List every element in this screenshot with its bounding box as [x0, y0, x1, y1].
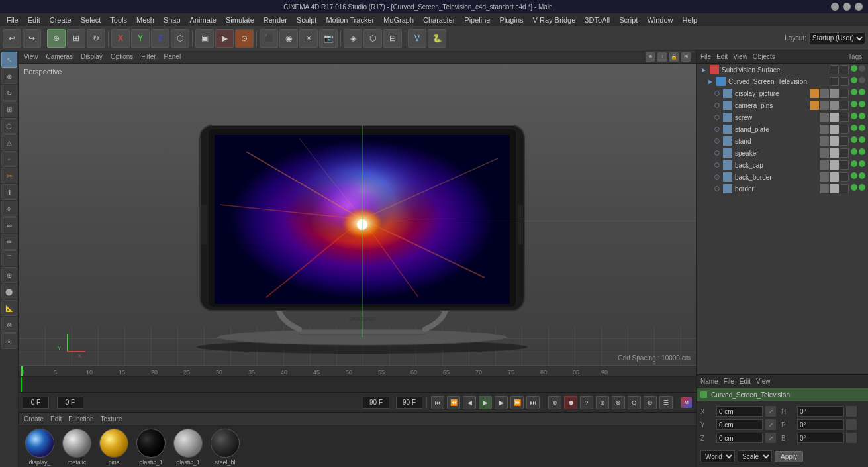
mat-create-menu[interactable]: Create	[24, 415, 44, 423]
tool-edge-select[interactable]: △	[1, 134, 17, 150]
obj-subdivision-surface[interactable]: ▶ Subdivision Surface	[697, 64, 868, 76]
transform-mode-select[interactable]: Scale	[738, 450, 772, 462]
close-button[interactable]: ×	[855, 3, 863, 11]
menu-item-script[interactable]: Script	[615, 15, 642, 25]
axis-x-button[interactable]: X	[111, 29, 130, 48]
props-file-menu[interactable]: File	[724, 378, 734, 385]
menu-item-mesh[interactable]: Mesh	[132, 15, 158, 25]
vp-menu-cameras[interactable]: Cameras	[46, 53, 73, 60]
move-tool-button[interactable]: ⊕	[47, 29, 66, 48]
obj-view-menu[interactable]: View	[733, 53, 747, 60]
tool-scale[interactable]: ⊞	[1, 101, 17, 117]
next-frame-btn[interactable]: ⏩	[510, 396, 524, 409]
obj-stand-plate[interactable]: ⬡ stand_plate	[697, 123, 868, 135]
menu-item-help[interactable]: Help	[679, 15, 702, 25]
props-view-menu[interactable]: View	[756, 378, 771, 385]
viewport-canvas[interactable]: Perspective Grid Spacing : 10000 cm Y X	[19, 64, 696, 366]
light-button[interactable]: ☀	[299, 29, 318, 48]
menu-item-3dtoall[interactable]: 3DToAll	[581, 15, 614, 25]
record-btn[interactable]: ⏺	[564, 396, 577, 409]
tag-button[interactable]: ⬡	[363, 29, 382, 48]
floor-button[interactable]: ⊟	[383, 29, 402, 48]
menu-item-create[interactable]: Create	[46, 15, 75, 25]
tool-extrude[interactable]: ⬆	[1, 184, 17, 200]
layout-select[interactable]: Startup (User)	[809, 32, 865, 44]
obj-display-picture[interactable]: ⬡ display_picture	[697, 87, 868, 99]
tool-point-select[interactable]: ◦	[1, 151, 17, 167]
material-button[interactable]: ◈	[344, 29, 362, 48]
menu-item-tools[interactable]: Tools	[106, 15, 131, 25]
menu-item-snap[interactable]: Snap	[160, 15, 185, 25]
vp-lock-btn[interactable]: 🔒	[669, 52, 679, 62]
current-frame-input[interactable]	[57, 397, 83, 409]
axis-z-button[interactable]: Z	[151, 29, 169, 48]
obj-curved-tv[interactable]: ▶ Curved_Screen_Television	[697, 76, 868, 87]
tool-rotate[interactable]: ↻	[1, 85, 17, 101]
apply-button[interactable]: Apply	[775, 451, 803, 462]
next-key-btn[interactable]: ▶	[495, 396, 508, 409]
tool-sculpt[interactable]: ⌒	[1, 250, 17, 266]
maximize-button[interactable]: □	[843, 3, 851, 11]
material-pins[interactable]: pins	[98, 429, 130, 466]
props-edit-menu[interactable]: Edit	[740, 378, 751, 385]
render-region-button[interactable]: ▣	[195, 29, 214, 48]
material-steel[interactable]: steel_bl	[209, 429, 241, 466]
mat-texture-menu[interactable]: Texture	[101, 415, 122, 423]
undo-button[interactable]: ↩	[3, 29, 21, 48]
vp-fit-btn[interactable]: ↕	[657, 52, 667, 62]
tool-knife[interactable]: ✂	[1, 168, 17, 183]
del-key-btn[interactable]: ⊗	[612, 396, 625, 409]
axis-y-button[interactable]: Y	[131, 29, 150, 48]
vp-menu-filter[interactable]: Filter	[141, 53, 156, 60]
python-button[interactable]: 🐍	[428, 29, 446, 48]
render-button[interactable]: ⊙	[235, 29, 254, 48]
prop-y-input[interactable]	[716, 419, 763, 430]
tool-pen[interactable]: ✏	[1, 234, 17, 250]
tool-bevel[interactable]: ◊	[1, 201, 17, 217]
tool-paint[interactable]: ⬤	[1, 284, 17, 299]
motion-path-btn[interactable]: ?	[580, 396, 593, 409]
obj-objects-menu[interactable]: Objects	[753, 53, 775, 60]
tool-bridge[interactable]: ⇔	[1, 217, 17, 233]
obj-camera-pins[interactable]: ⬡ camera_pins	[697, 99, 868, 111]
start-frame-input[interactable]	[23, 397, 49, 409]
vp-expand-btn[interactable]: ⊞	[681, 52, 691, 62]
vp-menu-display[interactable]: Display	[81, 53, 103, 60]
vp-menu-options[interactable]: Options	[111, 53, 133, 60]
coord-system-select[interactable]: World	[700, 450, 735, 462]
tool-move[interactable]: ⊕	[1, 68, 17, 84]
sel-key-btn[interactable]: ⊙	[628, 396, 641, 409]
obj-stand[interactable]: ⬡ stand	[697, 135, 868, 147]
timeline-content[interactable]	[19, 377, 696, 392]
material-plastic1a[interactable]: plastic_1	[135, 429, 167, 466]
autokey-toggle[interactable]: ⊕	[548, 396, 561, 409]
prop-h-input[interactable]	[797, 406, 844, 417]
axis-all-button[interactable]: ⬡	[171, 29, 189, 48]
vp-menu-view[interactable]: View	[24, 53, 38, 60]
obj-file-menu[interactable]: File	[700, 53, 711, 60]
menu-item-simulate[interactable]: Simulate	[222, 15, 258, 25]
menu-item-v-ray-bridge[interactable]: V-Ray Bridge	[529, 15, 580, 25]
menu-item-file[interactable]: File	[3, 15, 23, 25]
tool-poly-select[interactable]: ⬡	[1, 118, 17, 134]
vp-center-btn[interactable]: ⊕	[646, 52, 655, 62]
tool-ik[interactable]: ⊗	[1, 317, 17, 333]
render-view-button[interactable]: ▶	[215, 29, 234, 48]
add-key-btn[interactable]: ⊕	[596, 396, 609, 409]
go-end-btn[interactable]: ⏭	[526, 396, 540, 409]
go-start-btn[interactable]: ⏮	[431, 396, 444, 409]
scale-tool-button[interactable]: ⊞	[67, 29, 85, 48]
props-name-menu[interactable]: Name	[700, 378, 718, 385]
sphere-button[interactable]: ◉	[279, 29, 298, 48]
minimize-button[interactable]: −	[831, 3, 839, 11]
material-plastic1b[interactable]: plastic_1	[172, 429, 204, 466]
end-frame2-input[interactable]	[396, 397, 422, 409]
menu-item-render[interactable]: Render	[260, 15, 291, 25]
menu-item-sculpt[interactable]: Sculpt	[293, 15, 321, 25]
obj-screw[interactable]: ⬡ screw	[697, 111, 868, 123]
material-display[interactable]: display_	[24, 429, 56, 466]
redo-button[interactable]: ↪	[23, 29, 41, 48]
camera-button[interactable]: 📷	[319, 29, 338, 48]
play-btn[interactable]: ▶	[479, 396, 492, 409]
rotate-tool-button[interactable]: ↻	[87, 29, 105, 48]
